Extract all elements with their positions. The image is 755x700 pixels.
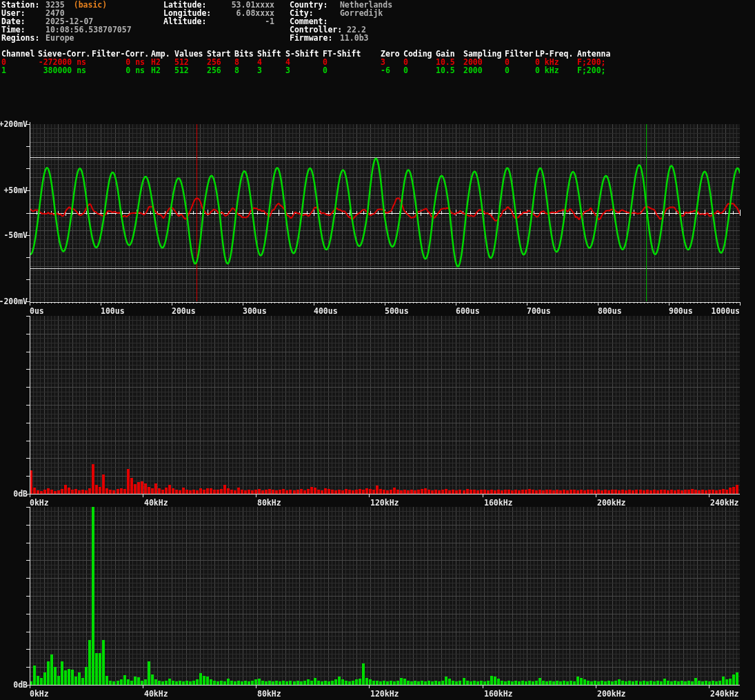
waveform-x-tick-label: 600us bbox=[456, 306, 480, 316]
channel-table-header-cell: FT-Shift bbox=[323, 50, 379, 58]
channel-1-row-cell: 0 bbox=[403, 66, 434, 74]
spectrum-x-tick-label: 80kHz bbox=[257, 689, 281, 699]
waveform-x-tick-label: 200us bbox=[172, 306, 196, 316]
waveform-y-tick-label: +50mV bbox=[3, 186, 28, 195]
channel-1-row-cell: 0 kHz bbox=[535, 66, 576, 74]
waveform-x-tick-label: 0us bbox=[30, 306, 44, 316]
regions-label: Regions: bbox=[1, 34, 39, 42]
channel-1-row-cell: F;200; bbox=[577, 66, 639, 74]
waveform-x-tick-label: 100us bbox=[101, 306, 125, 316]
channel-1-row-cell: -6 bbox=[381, 66, 402, 74]
channel-1-row-cell: 3 bbox=[257, 66, 284, 74]
channel-1-row-cell: 2000 bbox=[463, 66, 503, 74]
channel-table-header-cell: Channel bbox=[1, 50, 36, 58]
channel-0-row-cell: 0 bbox=[1, 58, 36, 66]
firmware-value: 11.0b3 bbox=[340, 33, 369, 43]
waveform-x-tick-label: 300us bbox=[243, 306, 267, 316]
channel-1-row-cell: 10.5 bbox=[436, 66, 462, 74]
spectrum-x-tick-label: 200kHz bbox=[597, 498, 626, 508]
waveform-x-tick-label: 800us bbox=[598, 306, 622, 316]
signal-plots-canvas bbox=[0, 0, 755, 700]
city-value: Gorredijk bbox=[340, 8, 383, 18]
waveform-x-tick-label: 1000us bbox=[711, 306, 740, 316]
spectrum-x-tick-label: 200kHz bbox=[597, 689, 626, 699]
waveform-x-tick-label: 400us bbox=[314, 306, 338, 316]
spectrum-x-tick-label: 0kHz bbox=[30, 498, 49, 508]
altitude-value: -1 bbox=[214, 17, 274, 26]
spectrum-channel-1-ylabel: 0dB bbox=[13, 680, 28, 690]
channel-1-row-cell: H2 bbox=[151, 66, 173, 74]
channel-1-row-cell: 0 bbox=[505, 66, 534, 74]
channel-1-row-cell: 256 bbox=[207, 66, 233, 74]
station-plan-badge: (basic) bbox=[74, 0, 107, 10]
altitude-label: Altitude: bbox=[163, 17, 206, 26]
firmware-label: Firmware: bbox=[290, 34, 335, 42]
spectrum-x-tick-label: 40kHz bbox=[144, 689, 168, 699]
channel-1-row-cell: 3 bbox=[285, 66, 321, 74]
spectrum-x-tick-label: 80kHz bbox=[257, 498, 281, 508]
channel-0-row-cell: 0 bbox=[323, 58, 379, 66]
channel-table-header-cell: S-Shift bbox=[285, 50, 321, 58]
spectrum-x-tick-label: 120kHz bbox=[370, 689, 399, 699]
channel-1-row-cell: 1 bbox=[1, 66, 36, 74]
channel-1-row-cell: 512 bbox=[174, 66, 205, 74]
spectrum-channel-0-ylabel: 0dB bbox=[13, 489, 28, 499]
location-info-column: Country: Netherlands City: Gorredijk Com… bbox=[290, 1, 392, 42]
spectrum-x-tick-label: 240kHz bbox=[710, 689, 739, 699]
waveform-y-tick-label: -50mV bbox=[3, 230, 28, 240]
spectrum-x-tick-label: 240kHz bbox=[710, 498, 739, 508]
channel-1-row-cell: 0 bbox=[323, 66, 379, 74]
channel-1-row-cell: 380000 ns bbox=[38, 66, 86, 74]
waveform-y-tick-label: -200mV bbox=[0, 297, 28, 306]
waveform-x-tick-label: 900us bbox=[669, 306, 693, 316]
app-window: Station: 3235(basic) User: 2470 Date: 20… bbox=[0, 0, 755, 700]
channel-0-row-cell: 4 bbox=[285, 58, 321, 66]
spectrum-x-tick-label: 0kHz bbox=[30, 689, 49, 699]
waveform-y-tick-label: +200mV bbox=[0, 119, 28, 129]
regions-value: Europe bbox=[46, 34, 74, 42]
spectrum-x-tick-label: 120kHz bbox=[370, 498, 399, 508]
channel-1-row-cell: 0 ns bbox=[92, 66, 145, 74]
spectrum-x-tick-label: 160kHz bbox=[484, 689, 513, 699]
spectrum-x-tick-label: 40kHz bbox=[144, 498, 168, 508]
spectrum-x-tick-label: 160kHz bbox=[484, 498, 513, 508]
firmware-row: Firmware: 11.0b3 bbox=[290, 34, 392, 42]
waveform-x-tick-label: 700us bbox=[527, 306, 551, 316]
waveform-x-tick-label: 500us bbox=[385, 306, 409, 316]
channel-1-row-cell: 8 bbox=[234, 66, 256, 74]
